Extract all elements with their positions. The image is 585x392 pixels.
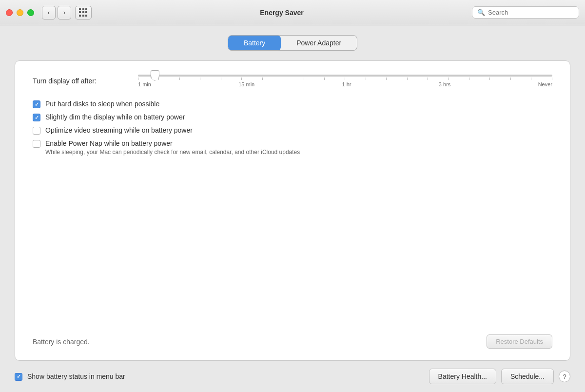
dim-display-text-wrap: Slightly dim the display while on batter… (45, 113, 185, 121)
checkbox-power-nap[interactable] (33, 140, 40, 148)
maximize-button[interactable] (27, 9, 34, 16)
traffic-lights (6, 9, 34, 16)
display-sleep-label: Turn display off after: (33, 77, 130, 85)
checkmark-icon: ✓ (35, 102, 39, 107)
battery-status-text: Battery is charged. (33, 338, 90, 346)
checkmark-icon: ✓ (17, 374, 21, 379)
slider-mark-never: Never (538, 81, 552, 87)
bottom-bar: ✓ Show battery status in menu bar Batter… (0, 361, 585, 392)
hard-disks-label: Put hard disks to sleep when possible (45, 100, 159, 108)
slider-track (138, 75, 552, 77)
slider-ticks (138, 78, 552, 80)
tab-switcher: Battery Power Adapter (228, 35, 357, 51)
bottom-left: ✓ Show battery status in menu bar (15, 372, 125, 381)
window-title: Energy Saver (92, 9, 472, 17)
slider-mark-1min: 1 min (138, 81, 151, 87)
checkbox-show-battery[interactable]: ✓ (15, 373, 22, 381)
nav-buttons: ‹ › (42, 6, 71, 20)
checkmark-icon: ✓ (35, 115, 39, 120)
dim-display-label: Slightly dim the display while on batter… (45, 113, 185, 121)
show-battery-label: Show battery status in menu bar (27, 372, 125, 380)
checkbox-hard-disks[interactable]: ✓ (33, 100, 40, 108)
close-button[interactable] (6, 9, 13, 16)
settings-panel: Turn display off after: 1 min 15 min (15, 60, 570, 361)
search-input[interactable] (488, 9, 574, 16)
bottom-right: Battery Health... Schedule... ? (429, 369, 570, 384)
checkbox-video-streaming[interactable] (33, 127, 40, 135)
grid-view-button[interactable] (75, 6, 92, 20)
display-sleep-row: Turn display off after: 1 min 15 min (33, 75, 552, 87)
power-nap-desc: While sleeping, your Mac can periodicall… (45, 149, 300, 156)
titlebar: ‹ › Energy Saver 🔍 (0, 0, 585, 25)
checkbox-row-power-nap: Enable Power Nap while on battery power … (33, 139, 552, 156)
video-streaming-text-wrap: Optimize video streaming while on batter… (45, 126, 193, 134)
restore-defaults-button[interactable]: Restore Defaults (487, 334, 552, 349)
slider-mark-1hr: 1 hr (342, 81, 351, 87)
forward-button[interactable]: › (58, 6, 71, 20)
checkbox-row-video-streaming: Optimize video streaming while on batter… (33, 126, 552, 135)
battery-health-button[interactable]: Battery Health... (429, 369, 496, 384)
back-button[interactable]: ‹ (42, 6, 56, 20)
checkbox-section: ✓ Put hard disks to sleep when possible … (33, 100, 552, 156)
grid-icon (79, 8, 88, 17)
power-nap-text-wrap: Enable Power Nap while on battery power … (45, 139, 300, 156)
slider-mark-3hrs: 3 hrs (439, 81, 450, 87)
power-nap-label: Enable Power Nap while on battery power (45, 139, 300, 147)
tab-battery[interactable]: Battery (228, 36, 281, 50)
tab-power-adapter[interactable]: Power Adapter (281, 36, 357, 50)
checkbox-row-dim-display: ✓ Slightly dim the display while on batt… (33, 113, 552, 121)
search-bar: 🔍 (472, 6, 579, 19)
search-icon: 🔍 (477, 9, 485, 16)
checkbox-row-hard-disks: ✓ Put hard disks to sleep when possible (33, 100, 552, 108)
display-sleep-slider-container: 1 min 15 min 1 hr 3 hrs Never (138, 75, 552, 87)
main-content: Battery Power Adapter Turn display off a… (0, 25, 585, 361)
schedule-button[interactable]: Schedule... (501, 369, 554, 384)
hard-disks-text-wrap: Put hard disks to sleep when possible (45, 100, 159, 108)
video-streaming-label: Optimize video streaming while on batter… (45, 126, 193, 134)
panel-footer: Battery is charged. Restore Defaults (33, 325, 552, 349)
minimize-button[interactable] (17, 9, 23, 16)
slider-labels: 1 min 15 min 1 hr 3 hrs Never (138, 81, 552, 87)
help-button[interactable]: ? (559, 371, 570, 382)
slider-mark-15min: 15 min (238, 81, 254, 87)
checkbox-dim-display[interactable]: ✓ (33, 114, 40, 121)
